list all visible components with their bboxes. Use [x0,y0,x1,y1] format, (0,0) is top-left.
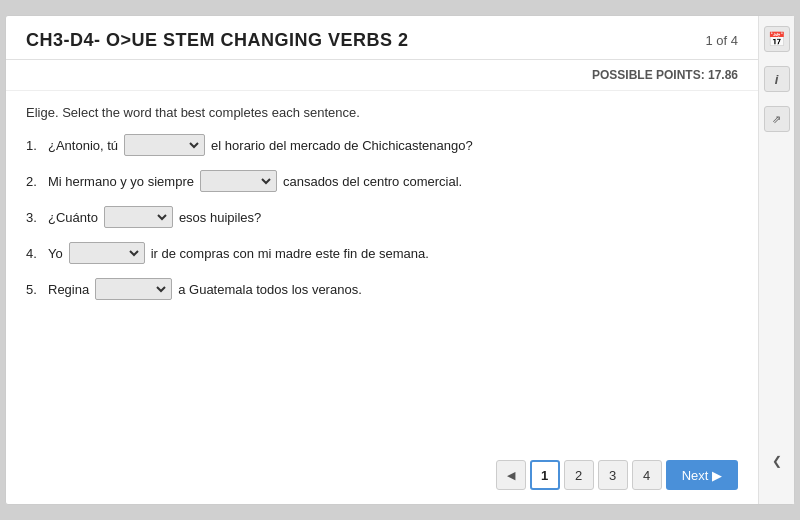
question-text-4: Yo puedo puede podemos pueden ir de comp… [48,242,429,264]
q1-text-after: el horario del mercado de Chichicastenan… [211,138,473,153]
chevron-left-icon: ❮ [772,454,782,468]
q4-select[interactable]: puedo puede podemos pueden [72,243,142,263]
question-text-5: Regina vuelve vuelvo volvemos vuelven a … [48,278,362,300]
q5-text-after: a Guatemala todos los veranos. [178,282,362,297]
question-row-4: 4. Yo puedo puede podemos pueden ir de c… [26,242,738,264]
q2-text-before: Mi hermano y yo siempre [48,174,194,189]
q4-dropdown-wrapper[interactable]: puedo puede podemos pueden [69,242,145,264]
page-2-button[interactable]: 2 [564,460,594,490]
q3-dropdown-wrapper[interactable]: cuestan cuesta cuesto [104,206,173,228]
sidebar-collapse-button[interactable]: ❮ [764,448,790,474]
page-3-button[interactable]: 3 [598,460,628,490]
q1-text-before: ¿Antonio, tú [48,138,118,153]
content-area: CH3-D4- O>UE STEM CHANGING VERBS 2 1 of … [6,16,758,504]
expand-icon: ⇗ [772,113,781,126]
calendar-icon: 📅 [768,31,785,47]
page-indicator: 1 of 4 [705,33,738,48]
main-container: CH3-D4- O>UE STEM CHANGING VERBS 2 1 of … [5,15,795,505]
instruction-text: Elige. Select the word that best complet… [6,91,758,130]
calendar-icon-button[interactable]: 📅 [764,26,790,52]
questions-area: 1. ¿Antonio, tú recuerdas recuerda recue… [6,130,758,450]
page-4-button[interactable]: 4 [632,460,662,490]
next-button[interactable]: Next ▶ [666,460,738,490]
q2-select[interactable]: volvemos vuelve vuelven vuelvo [203,171,274,191]
question-row-3: 3. ¿Cuánto cuestan cuesta cuesto esos hu… [26,206,738,228]
question-num-5: 5. [26,282,44,297]
points-bar: POSSIBLE POINTS: 17.86 [6,60,758,91]
points-label: POSSIBLE POINTS: 17.86 [592,68,738,82]
page-1-button[interactable]: 1 [530,460,560,490]
q4-text-after: ir de compras con mi madre este fin de s… [151,246,429,261]
prev-page-button[interactable]: ◀ [496,460,526,490]
question-num-2: 2. [26,174,44,189]
pagination-bar: ◀ 1 2 3 4 Next ▶ [6,450,758,504]
q1-select[interactable]: recuerdas recuerda recuerdo recuerdan [127,135,202,155]
info-icon: i [775,72,779,87]
sidebar: 📅 i ⇗ ❮ [758,16,794,504]
q5-dropdown-wrapper[interactable]: vuelve vuelvo volvemos vuelven [95,278,172,300]
next-button-label: Next ▶ [682,468,722,483]
header: CH3-D4- O>UE STEM CHANGING VERBS 2 1 of … [6,16,758,60]
q2-text-after: cansados del centro comercial. [283,174,462,189]
q3-text-after: esos huipiles? [179,210,261,225]
q5-text-before: Regina [48,282,89,297]
question-row-5: 5. Regina vuelve vuelvo volvemos vuelven… [26,278,738,300]
question-row-2: 2. Mi hermano y yo siempre volvemos vuel… [26,170,738,192]
page-title: CH3-D4- O>UE STEM CHANGING VERBS 2 [26,30,409,51]
question-num-1: 1. [26,138,44,153]
question-text-1: ¿Antonio, tú recuerdas recuerda recuerdo… [48,134,473,156]
q3-select[interactable]: cuestan cuesta cuesto [107,207,170,227]
question-num-4: 4. [26,246,44,261]
q2-dropdown-wrapper[interactable]: volvemos vuelve vuelven vuelvo [200,170,277,192]
expand-icon-button[interactable]: ⇗ [764,106,790,132]
q3-text-before: ¿Cuánto [48,210,98,225]
q5-select[interactable]: vuelve vuelvo volvemos vuelven [98,279,169,299]
question-text-2: Mi hermano y yo siempre volvemos vuelve … [48,170,462,192]
q4-text-before: Yo [48,246,63,261]
question-row-1: 1. ¿Antonio, tú recuerdas recuerda recue… [26,134,738,156]
question-num-3: 3. [26,210,44,225]
question-text-3: ¿Cuánto cuestan cuesta cuesto esos huipi… [48,206,261,228]
q1-dropdown-wrapper[interactable]: recuerdas recuerda recuerdo recuerdan [124,134,205,156]
info-icon-button[interactable]: i [764,66,790,92]
